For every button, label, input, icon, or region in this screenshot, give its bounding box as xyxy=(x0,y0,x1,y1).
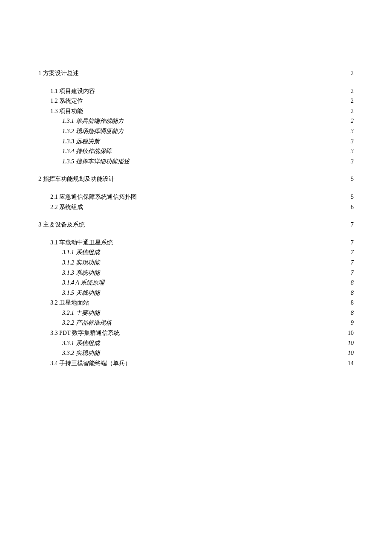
toc-entry-page: 6 xyxy=(351,203,354,212)
toc-entry-page: 3 xyxy=(351,137,354,146)
toc-entry-label: 1 方案设计总述 xyxy=(38,69,79,78)
toc-entry-label: 3.1.2 实现功能 xyxy=(62,259,100,267)
toc-entry-page: 8 xyxy=(351,309,354,317)
toc-entry[interactable]: 3.2.1 主要功能8 xyxy=(38,309,354,317)
toc-entry[interactable]: 3 主要设备及系统7 xyxy=(38,221,354,229)
toc-entry[interactable]: 3.2.2 产品标准规格9 xyxy=(38,319,354,327)
toc-entry-page: 7 xyxy=(351,238,354,247)
toc-entry-label: 3 主要设备及系统 xyxy=(38,221,85,229)
toc-entry-label: 3.1.1 系统组成 xyxy=(62,248,100,257)
toc-entry-page: 3 xyxy=(351,147,354,156)
toc-entry-label: 1.3.3 远程决策 xyxy=(62,137,100,146)
toc-entry-label: 3.4 手持三模智能终端（单兵） xyxy=(50,359,131,368)
toc-entry[interactable]: 2 指挥车功能规划及功能设计5 xyxy=(38,175,354,183)
toc-entry[interactable]: 3.1 车载动中通卫星系统7 xyxy=(38,238,354,247)
toc-entry-page: 10 xyxy=(348,349,354,357)
toc-entry-label: 3.3 PDT 数字集群通信系统 xyxy=(50,329,120,337)
toc-entry-label: 2 指挥车功能规划及功能设计 xyxy=(38,175,115,183)
toc-entry-label: 1.3 项目功能 xyxy=(50,107,83,116)
toc-entry-page: 9 xyxy=(351,319,354,327)
toc-entry-label: 2.1 应急通信保障系统通信拓扑图 xyxy=(50,193,137,201)
toc-entry[interactable]: 3.3.2 实现功能10 xyxy=(38,349,354,357)
toc-entry-page: 7 xyxy=(351,269,354,277)
toc-entry[interactable]: 2.1 应急通信保障系统通信拓扑图5 xyxy=(38,193,354,201)
toc-entry-label: 3.3.1 系统组成 xyxy=(62,339,100,348)
toc-entry[interactable]: 3.1.3 系统功能7 xyxy=(38,269,354,277)
toc-entry-page: 8 xyxy=(351,289,354,297)
toc-entry[interactable]: 3.1.5 天线功能8 xyxy=(38,289,354,297)
toc-entry-page: 14 xyxy=(348,359,354,368)
toc-entry-page: 3 xyxy=(351,127,354,136)
toc-entry-page: 2 xyxy=(351,107,354,116)
toc-entry-label: 3.2 卫星地面站 xyxy=(50,299,89,307)
toc-entry[interactable]: 3.1.2 实现功能7 xyxy=(38,259,354,267)
toc-entry[interactable]: 1.2 系统定位2 xyxy=(38,97,354,105)
toc-entry[interactable]: 3.3.1 系统组成10 xyxy=(38,339,354,348)
toc-entry-label: 1.1 项目建设内容 xyxy=(50,87,95,96)
toc-entry-label: 3.3.2 实现功能 xyxy=(62,349,100,357)
toc-entry[interactable]: 3.2 卫星地面站8 xyxy=(38,299,354,307)
table-of-contents: 1 方案设计总述21.1 项目建设内容21.2 系统定位21.3 项目功能21.… xyxy=(38,69,354,367)
toc-entry-page: 7 xyxy=(351,248,354,257)
toc-entry[interactable]: 1.1 项目建设内容2 xyxy=(38,87,354,96)
toc-entry-page: 5 xyxy=(351,175,354,183)
toc-entry-label: 1.3.1 单兵前端作战能力 xyxy=(62,117,124,125)
toc-entry-page: 10 xyxy=(348,339,354,348)
toc-entry-page: 8 xyxy=(351,279,354,287)
toc-entry[interactable]: 1.3.5 指挥车详细功能描述3 xyxy=(38,157,354,166)
toc-entry-label: 3.2.2 产品标准规格 xyxy=(62,319,112,327)
toc-entry[interactable]: 1.3.2 现场指挥调度能力3 xyxy=(38,127,354,136)
toc-entry-page: 5 xyxy=(351,193,354,201)
toc-entry-page: 2 xyxy=(351,69,354,78)
toc-entry-page: 2 xyxy=(351,97,354,105)
toc-entry[interactable]: 3.4 手持三模智能终端（单兵）14 xyxy=(38,359,354,368)
toc-entry[interactable]: 1.3.1 单兵前端作战能力2 xyxy=(38,117,354,125)
toc-entry[interactable]: 3.1.1 系统组成7 xyxy=(38,248,354,257)
toc-entry[interactable]: 1.3.4 持续作战保障3 xyxy=(38,147,354,156)
toc-entry-page: 7 xyxy=(351,221,354,229)
toc-entry-label: 3.1.3 系统功能 xyxy=(62,269,100,277)
toc-entry-page: 2 xyxy=(351,87,354,96)
toc-entry-label: 3.1.5 天线功能 xyxy=(62,289,100,297)
toc-entry-label: 3.2.1 主要功能 xyxy=(62,309,100,317)
toc-entry-label: 1.3.4 持续作战保障 xyxy=(62,147,112,156)
toc-entry-label: 3.1 车载动中通卫星系统 xyxy=(50,238,113,247)
toc-entry-label: 1.3.5 指挥车详细功能描述 xyxy=(62,157,130,166)
toc-entry[interactable]: 1.3 项目功能2 xyxy=(38,107,354,116)
toc-entry-label: 1.2 系统定位 xyxy=(50,97,83,105)
toc-entry-page: 3 xyxy=(351,157,354,166)
toc-entry-label: 2.2 系统组成 xyxy=(50,203,83,212)
toc-entry[interactable]: 3.3 PDT 数字集群通信系统10 xyxy=(38,329,354,337)
toc-entry-page: 7 xyxy=(351,259,354,267)
toc-entry[interactable]: 3.1.4 A 系统原理8 xyxy=(38,279,354,287)
toc-entry[interactable]: 2.2 系统组成6 xyxy=(38,203,354,212)
toc-entry-label: 3.1.4 A 系统原理 xyxy=(62,279,104,287)
toc-entry-page: 10 xyxy=(348,329,354,337)
toc-entry-label: 1.3.2 现场指挥调度能力 xyxy=(62,127,124,136)
toc-entry[interactable]: 1.3.3 远程决策3 xyxy=(38,137,354,146)
toc-entry-page: 8 xyxy=(351,299,354,307)
toc-entry[interactable]: 1 方案设计总述2 xyxy=(38,69,354,78)
toc-entry-page: 2 xyxy=(351,117,354,125)
